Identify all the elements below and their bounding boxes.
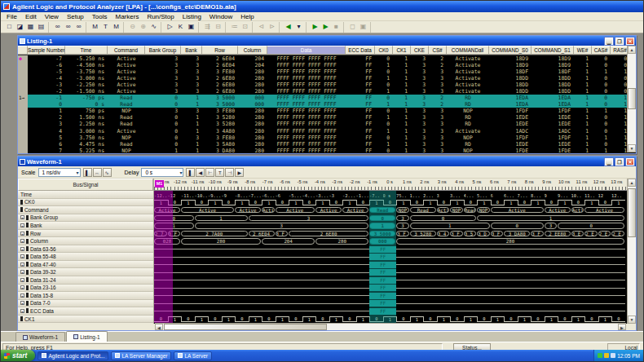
signal-label-ck1[interactable]: CK1: [18, 316, 153, 324]
taskbar-task-la-server-manager[interactable]: LA Server Manager: [111, 351, 171, 360]
scroll-up-icon[interactable]: ▲: [628, 179, 636, 187]
listing-row[interactable]: 53.750 nsNOP033 FE80280FFFF FFFF FFFF FF…: [18, 135, 636, 141]
waveform-close-button[interactable]: ✕: [626, 158, 634, 166]
scroll-left-icon[interactable]: ◀: [155, 324, 163, 330]
column-header-cke[interactable]: CKE: [411, 46, 429, 55]
signal-label-data-63-56[interactable]: +Data 63-56: [18, 245, 153, 254]
listing-row[interactable]: -5-3.750 nsActive333 FE80280FFFF FFFF FF…: [18, 68, 636, 75]
listing-row[interactable]: 1→-1-750 psRead013 5000000FFFF FFFF FFFF…: [18, 95, 636, 101]
column-header-ck0[interactable]: CK0: [375, 46, 393, 55]
goto-next-edge-icon[interactable]: ⊣: [225, 168, 234, 177]
signal-label-data-7-0[interactable]: +Data 7-0: [18, 300, 153, 308]
scroll-up-icon[interactable]: ▲: [628, 46, 636, 54]
column-header-cas-[interactable]: CAS#: [592, 46, 611, 55]
column-header-bank[interactable]: Bank: [181, 46, 202, 55]
listing-row[interactable]: 64.475 nsRead013 5A80280FFFF FFFF FFFF F…: [18, 141, 636, 148]
waveform-horizontal-scrollbar[interactable]: ◀ ▶: [155, 323, 626, 330]
expand-icon[interactable]: +: [20, 263, 24, 267]
scroll-down-icon[interactable]: ▼: [628, 144, 636, 152]
scroll-down-icon[interactable]: ▼: [628, 316, 636, 324]
scale-combobox[interactable]: 1 ns/div: [38, 168, 81, 177]
signal-label-bank[interactable]: +Bank: [18, 222, 153, 230]
column-header-command[interactable]: Command: [108, 46, 145, 55]
listing-row[interactable]: -6-4.500 nsActive332 6E04204FFFF FFFF FF…: [18, 62, 636, 68]
listing-row[interactable]: 32.250 nsRead013 5280280FFFF FFFF FFFF F…: [18, 121, 636, 127]
expand-icon[interactable]: +: [20, 285, 24, 289]
listing-minimize-button[interactable]: ▁: [605, 38, 613, 45]
goto-prev-edge-icon[interactable]: ⊢: [205, 168, 214, 177]
app-titlebar[interactable]: Agilent Logic and Protocol Analyzer [LPA…: [1, 1, 643, 12]
expand-icon[interactable]: +: [20, 239, 24, 243]
listing-vertical-scrollbar[interactable]: ▲ ▼: [627, 46, 636, 152]
menu-setup[interactable]: Setup: [63, 12, 88, 21]
signal-label-data-23-16[interactable]: +Data 23-16: [18, 285, 153, 293]
tray-agent-icon[interactable]: [598, 353, 602, 358]
find-icon[interactable]: ∞: [52, 22, 63, 32]
taskbar-task-agilent-logic-and-prot---[interactable]: Agilent Logic and Prot...: [37, 351, 108, 360]
signal-label-command[interactable]: Command: [18, 206, 153, 214]
run-repetitive-icon[interactable]: ▶: [320, 22, 331, 32]
column-header-ecc-data[interactable]: ECC Data: [346, 46, 375, 55]
expand-icon[interactable]: +: [20, 270, 24, 274]
expand-icon[interactable]: +: [20, 247, 24, 251]
zoom-fit-icon[interactable]: ∿: [148, 22, 159, 32]
tab-waveform-1[interactable]: Waveform-1: [15, 332, 65, 342]
column-header-sample-number[interactable]: Sample Number: [28, 46, 65, 55]
menu-view[interactable]: View: [41, 12, 63, 21]
listing-maximize-button[interactable]: ❐: [615, 38, 624, 45]
column-header-time[interactable]: Time: [65, 46, 108, 55]
column-header-cs-[interactable]: CS#: [429, 46, 447, 55]
goto-trigger-icon[interactable]: T: [215, 168, 224, 177]
waveform-minimize-button[interactable]: ▁: [605, 158, 613, 166]
column-header-command-s1[interactable]: COMMAND_S1: [532, 46, 574, 55]
signal-label-data-39-32[interactable]: +Data 39-32: [18, 268, 153, 276]
menu-listing[interactable]: Listing: [179, 12, 205, 21]
scale-lock-icon[interactable]: ▌: [83, 168, 92, 177]
zoom-in-time-icon[interactable]: ↔: [93, 168, 102, 177]
scroll-right-icon[interactable]: ▶: [618, 324, 626, 330]
menu-file[interactable]: File: [2, 12, 21, 21]
sound-dropdown-icon[interactable]: ▾: [293, 22, 304, 32]
delay-lock-icon[interactable]: ▌: [186, 168, 195, 177]
signal-label-ck0[interactable]: CK0: [18, 199, 153, 207]
tray-network-icon[interactable]: [611, 353, 615, 358]
signal-label-row[interactable]: +Row: [18, 230, 153, 238]
tray-shield-icon[interactable]: [604, 353, 609, 358]
listing-close-button[interactable]: ✕: [626, 38, 634, 45]
stop-at-icon[interactable]: ▣: [186, 22, 196, 32]
sound-icon[interactable]: ◀: [283, 22, 293, 32]
run-until-icon[interactable]: K: [175, 22, 186, 32]
waveform-maximize-button[interactable]: ❐: [615, 158, 624, 166]
taskbar-task-la-server[interactable]: LA Server: [174, 351, 212, 360]
waveform-plot-area[interactable]: M1 -13 ns-12 ns-11 ns-10 ns-9 ns-8 ns-7 …: [154, 179, 636, 324]
listing-row[interactable]: -4-3.000 nsActive332 6E80280FFFF FFFF FF…: [18, 75, 636, 82]
listing-titlebar[interactable]: Listing-1 ▁ ❐ ✕: [18, 36, 636, 46]
expand-icon[interactable]: +: [20, 301, 24, 305]
signal-label-column[interactable]: +Column: [18, 237, 153, 245]
expand-icon[interactable]: +: [20, 223, 24, 227]
goto-start-icon[interactable]: ◀: [196, 168, 205, 177]
delay-combobox[interactable]: 0 s: [141, 168, 183, 177]
column-header-command-s0[interactable]: COMMAND_S0: [489, 46, 532, 55]
waveform-scroll-thumb[interactable]: [628, 188, 636, 237]
listing-scroll-thumb[interactable]: [628, 88, 636, 109]
prev-marker-icon[interactable]: M: [90, 22, 100, 32]
expand-icon[interactable]: +: [20, 254, 24, 258]
save-icon[interactable]: ▦: [25, 22, 36, 32]
tab-listing-1[interactable]: Listing-1: [66, 331, 108, 342]
expand-icon[interactable]: +: [20, 294, 24, 298]
signal-label-ecc-data[interactable]: +ECC Data: [18, 307, 153, 316]
print-icon[interactable]: ▤: [36, 22, 46, 32]
menu-edit[interactable]: Edit: [21, 12, 41, 21]
column-header-we-[interactable]: WE#: [574, 46, 592, 55]
find-next-icon[interactable]: ∞: [63, 22, 73, 32]
column-header-bank-group[interactable]: Bank Group: [145, 46, 181, 55]
expand-icon[interactable]: +: [20, 278, 24, 282]
signal-label-data-55-48[interactable]: +Data 55-48: [18, 253, 153, 261]
signal-label-time[interactable]: Time: [18, 191, 153, 199]
menu-markers[interactable]: Markers: [111, 12, 143, 21]
listing-row[interactable]: -2-1.500 nsActive332 6E80280FFFF FFFF FF…: [18, 88, 636, 95]
goto-end-icon[interactable]: ▶: [235, 168, 244, 177]
expand-icon[interactable]: +: [20, 232, 24, 236]
next-marker-icon[interactable]: M: [111, 22, 121, 32]
